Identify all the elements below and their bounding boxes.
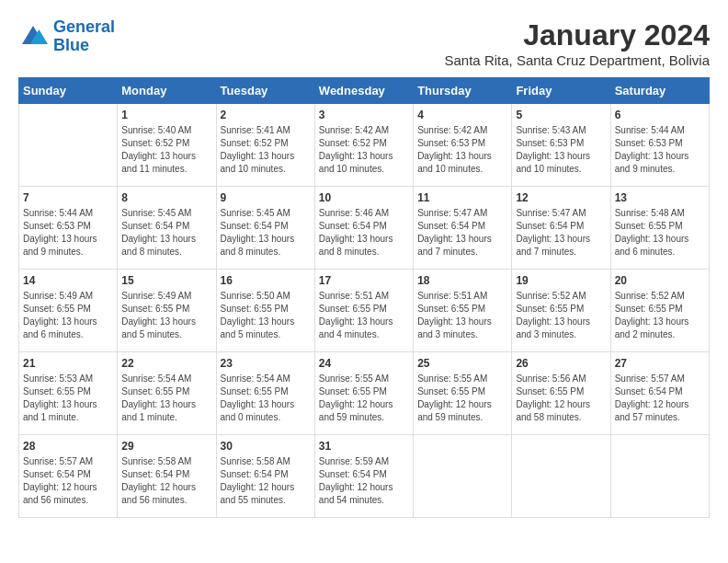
day-info: Sunrise: 5:57 AMSunset: 6:54 PMDaylight:… [23, 455, 113, 507]
calendar-cell: 13Sunrise: 5:48 AMSunset: 6:55 PMDayligh… [610, 187, 709, 270]
day-of-week-header: Sunday [19, 78, 118, 104]
day-number: 28 [23, 440, 113, 453]
day-info: Sunrise: 5:57 AMSunset: 6:54 PMDaylight:… [615, 373, 705, 424]
day-number: 30 [221, 440, 311, 453]
calendar-cell: 26Sunrise: 5:56 AMSunset: 6:55 PMDayligh… [512, 352, 610, 435]
day-number: 24 [319, 357, 409, 370]
day-info: Sunrise: 5:49 AMSunset: 6:55 PMDaylight:… [121, 290, 211, 341]
title-block: January 2024 Santa Rita, Santa Cruz Depa… [445, 18, 710, 68]
calendar-cell: 7Sunrise: 5:44 AMSunset: 6:53 PMDaylight… [19, 187, 118, 270]
month-title: January 2024 [445, 18, 710, 52]
day-number: 15 [121, 274, 211, 287]
calendar-cell [610, 435, 709, 518]
day-number: 31 [319, 440, 409, 453]
day-number: 21 [23, 357, 113, 370]
day-info: Sunrise: 5:56 AMSunset: 6:55 PMDaylight:… [516, 373, 606, 424]
calendar-cell: 16Sunrise: 5:50 AMSunset: 6:55 PMDayligh… [216, 270, 314, 352]
calendar-cell: 20Sunrise: 5:52 AMSunset: 6:55 PMDayligh… [610, 270, 709, 352]
day-of-week-header: Wednesday [314, 78, 413, 104]
calendar-cell: 5Sunrise: 5:43 AMSunset: 6:53 PMDaylight… [512, 104, 610, 187]
calendar-cell: 15Sunrise: 5:49 AMSunset: 6:55 PMDayligh… [118, 270, 216, 352]
day-number: 23 [221, 357, 311, 370]
day-info: Sunrise: 5:46 AMSunset: 6:54 PMDaylight:… [319, 207, 409, 259]
calendar-cell: 21Sunrise: 5:53 AMSunset: 6:55 PMDayligh… [19, 352, 118, 435]
day-info: Sunrise: 5:55 AMSunset: 6:55 PMDaylight:… [319, 373, 409, 424]
day-of-week-header: Friday [512, 78, 610, 104]
logo-text: General Blue [53, 18, 115, 55]
day-number: 20 [615, 274, 705, 287]
calendar-week-row: 1Sunrise: 5:40 AMSunset: 6:52 PMDaylight… [19, 104, 710, 187]
day-info: Sunrise: 5:43 AMSunset: 6:53 PMDaylight:… [516, 124, 606, 176]
day-info: Sunrise: 5:55 AMSunset: 6:55 PMDaylight:… [417, 373, 507, 424]
day-info: Sunrise: 5:40 AMSunset: 6:52 PMDaylight:… [121, 124, 211, 176]
day-number: 22 [121, 357, 211, 370]
day-number: 25 [417, 357, 507, 370]
day-info: Sunrise: 5:51 AMSunset: 6:55 PMDaylight:… [417, 290, 507, 341]
calendar-cell: 3Sunrise: 5:42 AMSunset: 6:52 PMDaylight… [314, 104, 413, 187]
day-info: Sunrise: 5:53 AMSunset: 6:55 PMDaylight:… [23, 373, 113, 424]
day-info: Sunrise: 5:58 AMSunset: 6:54 PMDaylight:… [221, 455, 311, 507]
calendar-cell: 10Sunrise: 5:46 AMSunset: 6:54 PMDayligh… [314, 187, 413, 270]
calendar-cell: 14Sunrise: 5:49 AMSunset: 6:55 PMDayligh… [19, 270, 118, 352]
day-number: 29 [121, 440, 211, 453]
day-info: Sunrise: 5:42 AMSunset: 6:53 PMDaylight:… [417, 124, 507, 176]
day-number: 14 [23, 274, 113, 287]
day-info: Sunrise: 5:50 AMSunset: 6:55 PMDaylight:… [221, 290, 311, 341]
day-number: 10 [319, 191, 409, 204]
calendar-header: SundayMondayTuesdayWednesdayThursdayFrid… [19, 78, 710, 104]
calendar-cell: 2Sunrise: 5:41 AMSunset: 6:52 PMDaylight… [216, 104, 314, 187]
calendar-cell: 1Sunrise: 5:40 AMSunset: 6:52 PMDaylight… [118, 104, 216, 187]
days-of-week-row: SundayMondayTuesdayWednesdayThursdayFrid… [19, 78, 710, 104]
day-of-week-header: Thursday [414, 78, 512, 104]
calendar-cell: 6Sunrise: 5:44 AMSunset: 6:53 PMDaylight… [610, 104, 709, 187]
calendar-cell: 4Sunrise: 5:42 AMSunset: 6:53 PMDaylight… [414, 104, 512, 187]
day-info: Sunrise: 5:52 AMSunset: 6:55 PMDaylight:… [615, 290, 705, 341]
day-of-week-header: Tuesday [216, 78, 314, 104]
calendar-cell: 18Sunrise: 5:51 AMSunset: 6:55 PMDayligh… [414, 270, 512, 352]
day-number: 26 [516, 357, 606, 370]
calendar-cell: 31Sunrise: 5:59 AMSunset: 6:54 PMDayligh… [314, 435, 413, 518]
logo-line2: Blue [53, 36, 89, 54]
calendar-cell [414, 435, 512, 518]
day-number: 3 [319, 109, 409, 121]
logo-icon [18, 22, 48, 52]
day-number: 8 [121, 191, 211, 204]
calendar-cell: 9Sunrise: 5:45 AMSunset: 6:54 PMDaylight… [216, 187, 314, 270]
day-number: 9 [221, 191, 311, 204]
calendar-cell: 28Sunrise: 5:57 AMSunset: 6:54 PMDayligh… [19, 435, 118, 518]
day-of-week-header: Monday [118, 78, 216, 104]
calendar-cell [19, 104, 118, 187]
calendar-cell: 19Sunrise: 5:52 AMSunset: 6:55 PMDayligh… [512, 270, 610, 352]
calendar-cell: 23Sunrise: 5:54 AMSunset: 6:55 PMDayligh… [216, 352, 314, 435]
day-info: Sunrise: 5:54 AMSunset: 6:55 PMDaylight:… [221, 373, 311, 424]
day-number: 7 [23, 191, 113, 204]
day-number: 27 [615, 357, 705, 370]
day-number: 5 [516, 109, 606, 121]
day-info: Sunrise: 5:44 AMSunset: 6:53 PMDaylight:… [615, 124, 705, 176]
day-number: 11 [417, 191, 507, 204]
day-info: Sunrise: 5:41 AMSunset: 6:52 PMDaylight:… [221, 124, 311, 176]
day-info: Sunrise: 5:49 AMSunset: 6:55 PMDaylight:… [23, 290, 113, 341]
day-number: 16 [221, 274, 311, 287]
day-info: Sunrise: 5:52 AMSunset: 6:55 PMDaylight:… [516, 290, 606, 341]
calendar-cell: 25Sunrise: 5:55 AMSunset: 6:55 PMDayligh… [414, 352, 512, 435]
day-info: Sunrise: 5:47 AMSunset: 6:54 PMDaylight:… [516, 207, 606, 259]
day-number: 1 [121, 109, 211, 121]
calendar-week-row: 14Sunrise: 5:49 AMSunset: 6:55 PMDayligh… [19, 270, 710, 352]
day-number: 2 [221, 109, 311, 121]
calendar-body: 1Sunrise: 5:40 AMSunset: 6:52 PMDaylight… [19, 104, 710, 518]
day-info: Sunrise: 5:44 AMSunset: 6:53 PMDaylight:… [23, 207, 113, 259]
calendar-week-row: 28Sunrise: 5:57 AMSunset: 6:54 PMDayligh… [19, 435, 710, 518]
location-subtitle: Santa Rita, Santa Cruz Department, Boliv… [445, 52, 710, 68]
day-number: 19 [516, 274, 606, 287]
day-info: Sunrise: 5:45 AMSunset: 6:54 PMDaylight:… [121, 207, 211, 259]
calendar-week-row: 21Sunrise: 5:53 AMSunset: 6:55 PMDayligh… [19, 352, 710, 435]
day-info: Sunrise: 5:47 AMSunset: 6:54 PMDaylight:… [417, 207, 507, 259]
calendar-cell: 30Sunrise: 5:58 AMSunset: 6:54 PMDayligh… [216, 435, 314, 518]
calendar-cell: 17Sunrise: 5:51 AMSunset: 6:55 PMDayligh… [314, 270, 413, 352]
day-number: 4 [417, 109, 507, 121]
day-of-week-header: Saturday [610, 78, 709, 104]
day-number: 12 [516, 191, 606, 204]
day-info: Sunrise: 5:48 AMSunset: 6:55 PMDaylight:… [615, 207, 705, 259]
day-info: Sunrise: 5:59 AMSunset: 6:54 PMDaylight:… [319, 455, 409, 507]
